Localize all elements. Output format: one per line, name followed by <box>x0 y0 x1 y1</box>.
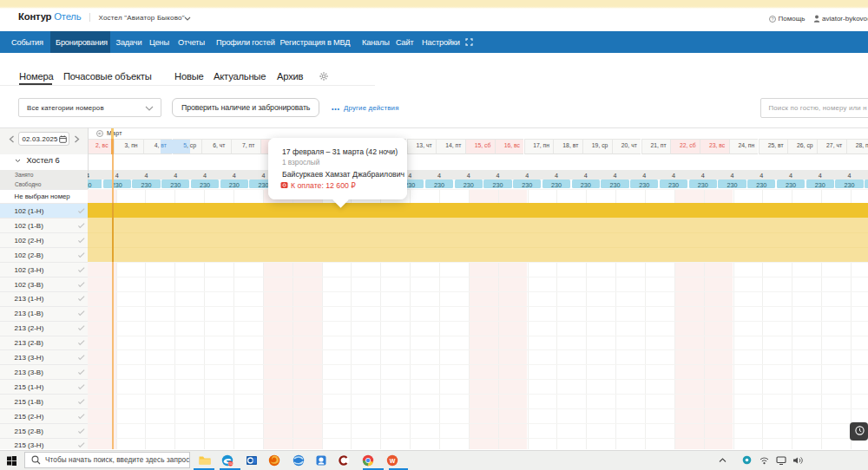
svg-text:?: ? <box>771 16 773 22</box>
svg-text:W: W <box>390 457 396 463</box>
svg-text:250: 250 <box>228 461 233 465</box>
